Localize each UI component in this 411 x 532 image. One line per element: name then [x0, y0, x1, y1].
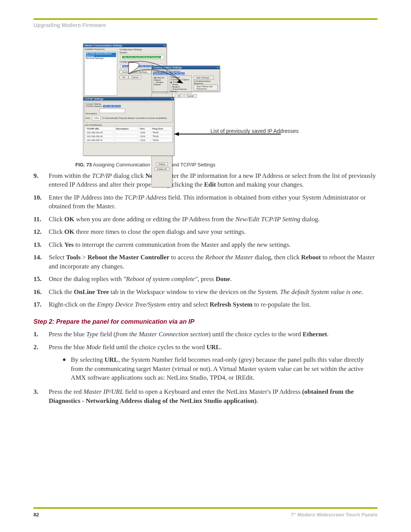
step-number: 2.: [33, 343, 49, 384]
list-item: 12.Click OK three more times to close th…: [33, 227, 378, 236]
side-delete-all[interactable]: Delete All: [155, 167, 169, 171]
footer-title: 7" Modero Widescreen Touch Panels: [291, 512, 378, 518]
list-item: 11.Click OK when you are done adding or …: [33, 215, 378, 224]
step-text: Press the blue Type field (from the Mast…: [49, 330, 378, 339]
table-row[interactable]: 192.168.209.721319TRUE: [86, 139, 172, 142]
desc-input[interactable]: [99, 109, 125, 113]
step-text: Once the dialog replies with "Reboot of …: [49, 275, 378, 283]
step-text: Press the red Master IP/URL field to ope…: [49, 387, 378, 405]
list-item: 2.Press the blue Mode field until the ch…: [33, 343, 378, 384]
col-ping: Ping Host: [151, 127, 172, 130]
userpass-button[interactable]: User Name and Password...: [194, 85, 218, 91]
auth-checkbox[interactable]: Authentication Required: [194, 80, 210, 85]
col-url: TCP/IP URL: [86, 127, 114, 130]
callout-arrow-icon: [174, 131, 285, 132]
dlg2-title: TCP/IP Settings: [84, 97, 104, 100]
step-text: From within the TCP/IP dialog click New …: [49, 171, 378, 189]
list-item: 13.Click Yes to interrupt the current co…: [33, 240, 378, 249]
tree-root-label: Available System(s): [84, 48, 117, 50]
close-icon[interactable]: ×: [164, 44, 165, 47]
step-number: 13.: [33, 240, 49, 249]
port-value[interactable]: 1319: [92, 116, 100, 120]
opt-virtual[interactable]: Virtual NetLinx Master: [170, 88, 187, 93]
config-value: NetLinx 192.168.200.29:1319: [122, 65, 154, 67]
step-number: 14.: [33, 253, 49, 271]
step-text: Click Yes to interrupt the current commu…: [49, 240, 378, 249]
col-desc: Description: [115, 127, 138, 130]
ip-address-table[interactable]: TCP/IP URL Description Port Ping Host 19…: [84, 126, 173, 143]
list-item: 14.Select Tools > Reboot the Master Cont…: [33, 253, 378, 271]
step-number: 16.: [33, 288, 49, 296]
list-item: 9.From within the TCP/IP dialog click Ne…: [33, 171, 378, 189]
step-text: Right-click on the Empty Device Tree/Sys…: [49, 300, 378, 309]
cancel-button[interactable]: Cancel: [129, 75, 141, 79]
col-port: Port: [139, 127, 150, 130]
svg-marker-2: [174, 132, 179, 136]
step-number: 3.: [33, 387, 49, 405]
list-item: 1.Press the blue Type field (from the Ma…: [33, 330, 378, 339]
system-label: System:: [119, 51, 165, 54]
tree-item[interactable]: Terminal Settings>: [86, 57, 116, 59]
page-number: 82: [33, 512, 39, 518]
steps-list-b: 1.Press the blue Type field (from the Ma…: [33, 330, 378, 405]
step-number: 15.: [33, 275, 49, 283]
port-label: Port:: [86, 117, 91, 119]
bullet-icon: ●: [62, 355, 71, 382]
figure-caption: FIG. 73 Assigning Communication Settings…: [75, 162, 378, 168]
step-number: 17.: [33, 300, 49, 309]
close-icon[interactable]: ×: [217, 66, 218, 69]
transport-group-label: Transport Connection Option: [170, 76, 191, 81]
radio-modem[interactable]: Modem Master: [154, 81, 164, 86]
edit-settings-button[interactable]: Edit Settings...: [194, 76, 214, 80]
step-text: Press the blue Mode field until the choi…: [49, 343, 378, 384]
step-number: 9.: [33, 171, 49, 189]
list-item: 15.Once the dialog replies with "Reboot …: [33, 275, 378, 283]
list-item: 16.Click the OnLine Tree tab in the Work…: [33, 288, 378, 296]
dlg1-title: Master Communication Settings: [84, 44, 122, 47]
system-value: <My Active System/Default Settings>: [122, 56, 161, 58]
step-text: Click the OnLine Tree tab in the Workspa…: [49, 288, 378, 296]
config-label: Configuration:: [119, 61, 165, 63]
auto-ping-checkbox[interactable]: Automatically Ping the Master Controller…: [105, 117, 167, 119]
ok-button[interactable]: OK: [119, 75, 128, 79]
dialog-tcpip-settings: TCP/IP Settings× Current Setting TCP/IP …: [83, 97, 174, 156]
step-text: Click OK when you are done adding or edi…: [49, 215, 378, 224]
figure-73: Master Communication Settings× Available…: [75, 43, 342, 160]
step-number: 11.: [33, 215, 49, 224]
step-text: Click OK three more times to close the o…: [49, 227, 378, 236]
current-conn-value: NetLinx 192.168.200.29:1319: [153, 72, 185, 75]
step-number: 1.: [33, 330, 49, 339]
table-row[interactable]: 192.168.204.491319TRUE: [86, 131, 172, 134]
steps-list-a: 9.From within the TCP/IP dialog click Ne…: [33, 171, 378, 309]
sub-bullet: ●By selecting URL, the System Number fie…: [62, 355, 378, 382]
list-item: 10.Enter the IP Address into the TCP/IP …: [33, 193, 378, 211]
step-number: 10.: [33, 193, 49, 211]
section-heading: Upgrading Modero Firmware: [33, 22, 378, 28]
table-row[interactable]: 192.168.206.261319TRUE: [86, 135, 172, 138]
step-text: Enter the IP Address into the TCP/IP Add…: [49, 193, 378, 211]
cancel-button[interactable]: Cancel: [184, 94, 197, 98]
dlg3-title: Communication Settings: [153, 66, 182, 69]
comm-settings-button[interactable]: Communication Settings...: [119, 70, 151, 74]
ok-button[interactable]: OK: [175, 94, 183, 98]
radio-netlinx[interactable]: NetLinx Master: [154, 77, 164, 81]
step-number: 12.: [33, 227, 49, 236]
list-item: 3.Press the red Master IP/URL field to o…: [33, 387, 378, 405]
sub-text: By selecting URL, the System Number fiel…: [71, 355, 378, 382]
dialog-comm-settings: Communication Settings× Current Master C…: [151, 66, 220, 92]
step2-heading: Step 2: Prepare the panel for communicat…: [33, 317, 378, 326]
config-heading: Configuration Settings: [119, 48, 165, 51]
step-text: Select Tools > Reboot the Master Control…: [49, 253, 378, 271]
tree-item-selected[interactable]: My Active System/Default Settings: [86, 53, 116, 57]
list-item: 17.Right-click on the Empty Device Tree/…: [33, 300, 378, 309]
side-delete[interactable]: Delete: [156, 162, 168, 166]
